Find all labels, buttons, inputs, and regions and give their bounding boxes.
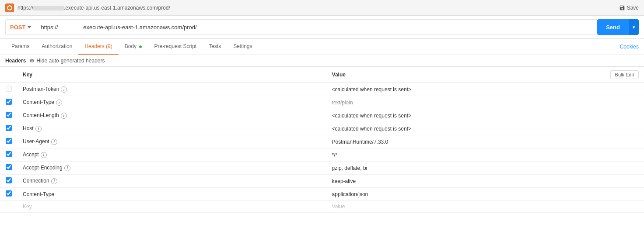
hide-autogenerated-toggle[interactable]: Hide auto-generated headers xyxy=(29,58,105,64)
headers-table: Key Value Bulk Edit Postman-Tokeni<calcu… xyxy=(0,67,644,213)
key-value: User-Agent xyxy=(23,138,49,145)
key-value: Host xyxy=(23,125,34,131)
info-icon[interactable]: i xyxy=(51,139,57,145)
tab-headers[interactable]: Headers (9) xyxy=(78,39,118,55)
key-value: Content-Type xyxy=(23,99,54,105)
table-row: Content-Typeapplication/json xyxy=(0,188,644,201)
info-icon[interactable]: i xyxy=(64,165,70,171)
send-dropdown-button[interactable]: ▾ xyxy=(629,19,639,35)
key-cell: Accepti xyxy=(18,148,327,162)
headers-section-title: Headers xyxy=(5,58,26,64)
key-value: Connection xyxy=(23,178,49,184)
checkbox-cell xyxy=(0,109,18,122)
tabs: Params Authorization Headers (9) Body Pr… xyxy=(5,39,259,55)
cookies-link[interactable]: Cookies xyxy=(620,44,639,50)
checkbox-cell xyxy=(0,96,18,109)
table-row: Connectionikeep-alive xyxy=(0,175,644,188)
value-cell: PostmanRuntime/7.33.0 xyxy=(327,135,644,148)
value-text: <calculated when request is sent> xyxy=(332,113,411,119)
table-row: User-AgentiPostmanRuntime/7.33.0 xyxy=(0,135,644,148)
tab-prerequest[interactable]: Pre-request Script xyxy=(148,39,203,55)
value-text: */* xyxy=(332,152,338,158)
method-selector[interactable]: POST xyxy=(5,19,36,35)
save-button[interactable]: Save xyxy=(619,5,639,11)
value-cell: <calculated when request is sent> xyxy=(327,83,644,96)
tabs-bar: Params Authorization Headers (9) Body Pr… xyxy=(0,39,644,55)
row-checkbox[interactable] xyxy=(6,112,12,118)
checkbox-cell xyxy=(0,148,18,162)
info-icon[interactable]: i xyxy=(51,178,57,184)
headers-badge: (9) xyxy=(106,43,112,49)
key-cell: Content-Lengthi xyxy=(18,109,327,122)
value-cell: */* xyxy=(327,148,644,162)
tab-tests[interactable]: Tests xyxy=(203,39,227,55)
table-row: Hosti<calculated when request is sent> xyxy=(0,122,644,135)
info-icon[interactable]: i xyxy=(61,86,67,93)
value-text: <calculated when request is sent> xyxy=(332,126,411,132)
tab-settings[interactable]: Settings xyxy=(227,39,258,55)
key-value: Content-Length xyxy=(23,112,59,118)
row-checkbox[interactable] xyxy=(6,151,12,157)
body-dot xyxy=(139,45,142,48)
title-bar: https://.execute-api.us-east-1.amazonaws… xyxy=(0,0,644,16)
sub-header: Headers Hide auto-generated headers xyxy=(0,55,644,67)
key-cell: User-Agenti xyxy=(18,135,327,148)
key-value: Content-Type xyxy=(23,191,54,197)
table-row: Accepti*/* xyxy=(0,148,644,162)
value-cell: text/plain xyxy=(327,96,644,109)
row-checkbox[interactable] xyxy=(6,86,12,92)
value-cell: gzip, deflate, br xyxy=(327,162,644,175)
row-checkbox[interactable] xyxy=(6,164,12,170)
value-text: <calculated when request is sent> xyxy=(332,86,411,93)
key-cell: Hosti xyxy=(18,122,327,135)
send-button[interactable]: Send xyxy=(597,19,629,35)
checkbox-cell xyxy=(0,83,18,96)
value-text: keep-alive xyxy=(332,178,356,184)
key-value: Accept xyxy=(23,152,39,158)
row-checkbox[interactable] xyxy=(6,99,12,105)
checkbox-cell xyxy=(0,162,18,175)
checkbox-cell xyxy=(0,188,18,201)
key-cell: Content-Type xyxy=(18,188,327,201)
bulk-edit-button[interactable]: Bulk Edit xyxy=(610,70,639,79)
col-value: Value Bulk Edit xyxy=(327,67,644,83)
tab-body[interactable]: Body xyxy=(119,39,148,55)
key-cell: Content-Typei xyxy=(18,96,327,109)
value-text: text/plain xyxy=(332,100,353,106)
title-bar-left: https://.execute-api.us-east-1.amazonaws… xyxy=(5,3,170,12)
value-text: application/json xyxy=(332,191,368,197)
checkbox-cell xyxy=(0,175,18,188)
title-bar-url: https://.execute-api.us-east-1.amazonaws… xyxy=(18,5,170,11)
info-icon[interactable]: i xyxy=(56,100,62,106)
row-checkbox[interactable] xyxy=(6,138,12,144)
key-value: Postman-Token xyxy=(23,86,59,92)
checkbox-cell xyxy=(0,135,18,148)
tab-authorization[interactable]: Authorization xyxy=(35,39,78,55)
key-cell: Accept-Encodingi xyxy=(18,162,327,175)
value-text: Value xyxy=(332,203,345,210)
value-cell: <calculated when request is sent> xyxy=(327,109,644,122)
table-row: KeyValue xyxy=(0,201,644,213)
key-cell: Key xyxy=(18,201,327,213)
row-checkbox[interactable] xyxy=(6,125,12,131)
table-row: Content-Lengthi<calculated when request … xyxy=(0,109,644,122)
info-icon[interactable]: i xyxy=(41,152,47,158)
value-text: gzip, deflate, br xyxy=(332,165,368,171)
postman-icon xyxy=(5,3,14,12)
checkbox-cell xyxy=(0,201,18,213)
col-key: Key xyxy=(18,67,327,83)
table-row: Accept-Encodingigzip, deflate, br xyxy=(0,162,644,175)
col-checkbox xyxy=(0,67,18,83)
info-icon[interactable]: i xyxy=(61,113,67,119)
tab-params[interactable]: Params xyxy=(5,39,35,55)
key-cell: Connectioni xyxy=(18,175,327,188)
table-row: Postman-Tokeni<calculated when request i… xyxy=(0,83,644,96)
key-value: Accept-Encoding xyxy=(23,165,63,171)
row-checkbox[interactable] xyxy=(6,190,12,197)
row-checkbox[interactable] xyxy=(6,177,12,183)
send-btn-group: Send ▾ xyxy=(597,19,639,35)
info-icon[interactable]: i xyxy=(35,126,42,132)
value-cell: application/json xyxy=(327,188,644,201)
value-cell: Value xyxy=(327,201,644,213)
url-input[interactable] xyxy=(36,19,597,35)
